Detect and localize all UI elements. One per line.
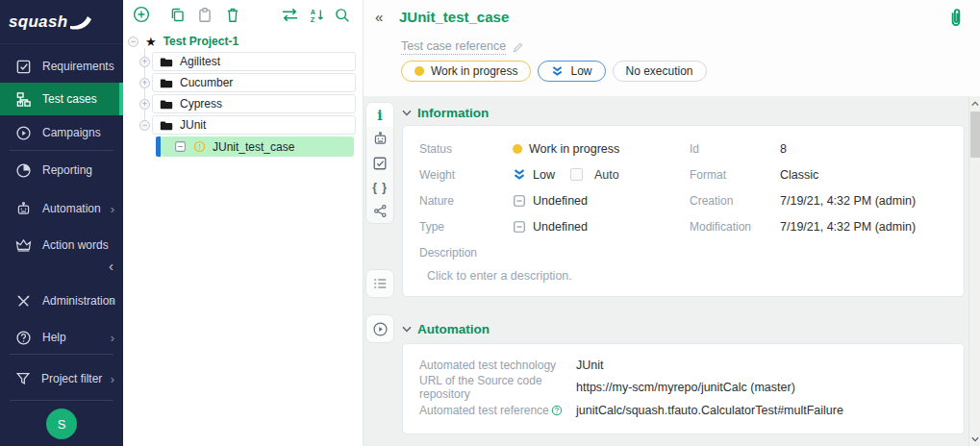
modification-label: Modification bbox=[690, 213, 780, 239]
tab-links[interactable] bbox=[366, 199, 393, 223]
expand-plus-icon[interactable]: + bbox=[139, 99, 150, 110]
chevron-right-icon: › bbox=[111, 331, 114, 345]
sidebar-item-reporting[interactable]: Reporting bbox=[0, 154, 123, 186]
modification-value: 7/19/21, 4:32 PM (admin) bbox=[780, 213, 944, 239]
description-placeholder[interactable]: Click to enter a description. bbox=[419, 269, 944, 283]
execution-chip-label: No execution bbox=[626, 64, 693, 78]
source-code-repository-label: URL of the Source code repository bbox=[419, 377, 576, 400]
tab-executions[interactable] bbox=[365, 314, 394, 343]
expand-plus-icon[interactable]: + bbox=[139, 78, 150, 88]
tools-icon bbox=[15, 293, 32, 310]
main-header: « JUnit_test_case Test case reference Wo… bbox=[364, 0, 980, 96]
sidebar-item-help[interactable]: Help › bbox=[0, 321, 123, 354]
type-value[interactable]: Undefined bbox=[513, 213, 690, 239]
requirements-icon bbox=[15, 59, 32, 75]
add-icon[interactable] bbox=[133, 6, 150, 23]
information-section-header[interactable]: Information bbox=[402, 106, 965, 120]
auto-checkbox[interactable] bbox=[570, 168, 583, 181]
tab-automation[interactable] bbox=[366, 127, 393, 151]
tree-root-project[interactable]: − ★ Test Project-1 bbox=[128, 35, 239, 48]
tab-information[interactable]: i bbox=[366, 103, 393, 127]
reference-label: Test case reference bbox=[401, 39, 506, 55]
numbered-list-icon bbox=[372, 276, 388, 291]
folder-icon bbox=[160, 120, 173, 131]
collapse-tree-icon[interactable]: « bbox=[375, 9, 383, 25]
tree-panel: AZ − ★ Test Project-1 + Agilitest + Cucu… bbox=[123, 0, 364, 446]
warning-circle-icon bbox=[193, 140, 206, 153]
tree-folder-cypress[interactable]: Cypress bbox=[152, 94, 356, 113]
help-circle-icon[interactable] bbox=[551, 405, 563, 416]
sidebar-item-campaigns[interactable]: Campaigns bbox=[0, 116, 123, 149]
paperclip-icon[interactable] bbox=[946, 7, 965, 29]
nature-value[interactable]: Undefined bbox=[513, 187, 690, 213]
sidebar-item-label: Automation bbox=[42, 202, 101, 215]
status-label: Status bbox=[419, 136, 513, 161]
tab-verification[interactable] bbox=[366, 151, 393, 175]
tree-folder-junit[interactable]: JUnit bbox=[152, 115, 356, 135]
weight-value[interactable]: Low Auto bbox=[513, 161, 690, 187]
tree-item-junit-test-case-selected[interactable]: JUnit_test_case bbox=[161, 136, 354, 157]
status-value[interactable]: Work in progress bbox=[513, 136, 690, 161]
type-label: Type bbox=[419, 213, 513, 239]
sidebar-item-requirements[interactable]: Requirements bbox=[0, 50, 123, 83]
sort-az-icon[interactable]: AZ bbox=[309, 7, 325, 23]
copy-icon[interactable] bbox=[169, 7, 186, 23]
execution-chip[interactable]: No execution bbox=[613, 61, 707, 82]
sidebar-item-label: Action words bbox=[42, 238, 109, 252]
double-chevron-down-icon bbox=[513, 168, 526, 181]
minus-square-icon bbox=[174, 140, 187, 153]
automated-test-reference-label: Automated test reference bbox=[419, 399, 576, 422]
weight-chip[interactable]: Low bbox=[538, 61, 605, 82]
sidebar-item-label: Project filter bbox=[41, 372, 102, 385]
main-body: i { } Information Status Work in p bbox=[364, 96, 980, 446]
sidebar-divider bbox=[10, 400, 113, 401]
checked-box-icon bbox=[372, 156, 388, 171]
status-chip[interactable]: Work in progress bbox=[401, 61, 531, 82]
vertical-scrollbar[interactable] bbox=[968, 96, 980, 446]
status-dot-icon bbox=[415, 66, 424, 76]
nature-label: Nature bbox=[419, 187, 513, 213]
type-value-text: Undefined bbox=[533, 220, 588, 234]
scroll-down-icon[interactable] bbox=[969, 433, 980, 445]
sidebar-item-action-words[interactable]: Action words bbox=[0, 229, 123, 261]
sidebar-item-automation[interactable]: Automation › bbox=[0, 192, 123, 225]
description-label: Description bbox=[419, 246, 944, 260]
robot-icon bbox=[15, 201, 32, 217]
weight-label: Weight bbox=[419, 161, 513, 187]
pie-chart-icon bbox=[15, 162, 32, 179]
pencil-icon bbox=[512, 41, 524, 54]
sidebar-item-project-filter[interactable]: Project filter › bbox=[0, 362, 123, 395]
sidebar-collapse-icon[interactable]: ‹ bbox=[109, 258, 113, 274]
creation-label: Creation bbox=[690, 187, 780, 213]
sidebar-item-test-cases[interactable]: Test cases bbox=[0, 83, 123, 115]
tree-folder-agilitest[interactable]: Agilitest bbox=[152, 52, 356, 71]
automation-card: Automated test technology JUnit URL of t… bbox=[402, 343, 965, 434]
automation-section-header[interactable]: Automation bbox=[402, 322, 965, 336]
test-case-reference-field[interactable]: Test case reference bbox=[401, 39, 524, 55]
user-avatar[interactable]: S bbox=[46, 409, 77, 439]
tab-parameters[interactable]: { } bbox=[366, 175, 393, 199]
robot-icon bbox=[372, 131, 389, 147]
tree-root-label: Test Project-1 bbox=[163, 35, 239, 48]
swap-arrows-icon[interactable] bbox=[280, 7, 300, 23]
squash-logo[interactable]: squash bbox=[0, 0, 123, 44]
folder-icon bbox=[160, 78, 173, 88]
sidebar: squash Requirements Test cases Campaigns… bbox=[0, 0, 123, 446]
tab-steps[interactable] bbox=[365, 269, 394, 298]
id-value: 8 bbox=[780, 136, 944, 161]
info-icon: i bbox=[377, 108, 382, 123]
collapse-minus-icon[interactable]: − bbox=[128, 37, 138, 47]
trash-icon[interactable] bbox=[225, 7, 240, 23]
search-icon[interactable] bbox=[334, 7, 350, 23]
sidebar-item-administration[interactable]: Administration › bbox=[0, 285, 123, 317]
double-chevron-down-icon bbox=[551, 65, 564, 77]
paste-icon[interactable] bbox=[197, 7, 213, 23]
tree-folder-label: Cucumber bbox=[180, 76, 233, 89]
automated-test-technology-value: JUnit bbox=[576, 354, 944, 377]
id-label: Id bbox=[690, 136, 780, 161]
collapse-minus-icon[interactable]: − bbox=[139, 120, 150, 131]
expand-plus-icon[interactable]: + bbox=[139, 57, 150, 67]
scroll-up-icon[interactable] bbox=[969, 97, 980, 110]
scrollbar-thumb[interactable] bbox=[970, 112, 980, 158]
tree-folder-cucumber[interactable]: Cucumber bbox=[152, 73, 356, 92]
